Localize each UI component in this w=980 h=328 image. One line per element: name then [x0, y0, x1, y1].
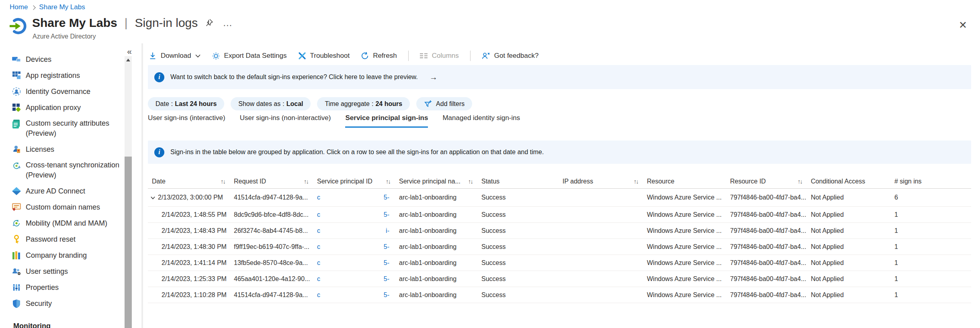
col-header-date[interactable]: Date↑↓ — [148, 178, 230, 185]
service-principal-id-link[interactable]: c — [317, 194, 320, 201]
sidebar-item-label: User settings — [26, 267, 68, 277]
table-row[interactable]: 2/14/2023, 1:48:30 PM f9ff19ec-b619-407c… — [148, 239, 971, 255]
sidebar-item-label: Cross-tenant synchronization (Preview) — [26, 160, 123, 180]
tab-managed-identity-signins[interactable]: Managed identity sign-ins — [442, 114, 520, 128]
sidebar-item-password-reset[interactable]: Password reset — [0, 231, 123, 247]
refresh-button[interactable]: Refresh — [361, 52, 397, 60]
status-value: Success — [477, 211, 559, 218]
sort-icon[interactable]: ↑↓ — [217, 178, 225, 185]
tab-user-signins-non-interactive[interactable]: User sign-ins (non-interactive) — [240, 114, 331, 128]
filter-pill-time-aggregate[interactable]: Time aggregate : 24 hours — [317, 97, 410, 110]
sidebar-collapse-icon[interactable]: « — [127, 47, 132, 56]
status-value: Success — [477, 243, 559, 251]
expand-chevron-icon[interactable] — [150, 195, 155, 200]
tab-service-principal-signins[interactable]: Service principal sign-ins — [345, 114, 428, 128]
col-header-service-principal-id[interactable]: Service principal ID↑↓ — [313, 178, 395, 185]
sidebar-item-label: Properties — [26, 283, 59, 293]
sidebar-item-label: Company branding — [26, 251, 87, 261]
scrollbar-thumb[interactable] — [125, 157, 132, 328]
sort-icon[interactable]: ↑↓ — [794, 178, 802, 185]
chevron-down-icon — [195, 54, 201, 58]
pin-icon[interactable] — [204, 18, 214, 28]
table-row[interactable]: 2/14/2023, 1:10:28 PM 41514cfa-d947-4128… — [148, 287, 971, 303]
azure-ad-signin-logo-icon — [9, 17, 27, 35]
scroll-up-arrow-icon[interactable] — [126, 59, 130, 61]
got-feedback-button[interactable]: Got feedback? — [482, 52, 539, 60]
sort-icon[interactable]: ↑↓ — [301, 178, 308, 185]
signin-logs-table: Date↑↓ Request ID↑↓ Service principal ID… — [148, 174, 971, 303]
service-principal-id-link[interactable]: c — [317, 211, 320, 218]
preview-notice-text[interactable]: Want to switch back to the default sign-… — [170, 73, 418, 81]
breadcrumb-current-link[interactable]: Share My Labs — [39, 3, 85, 11]
col-header-resource-id[interactable]: Resource ID↑↓ — [726, 178, 807, 185]
table-row[interactable]: 2/14/2023, 1:41:14 PM 13fb5ede-8570-48ce… — [148, 255, 971, 271]
sort-icon[interactable]: ↑↓ — [630, 178, 638, 185]
sidebar-item-properties[interactable]: Properties — [0, 279, 123, 295]
col-header-service-principal-name[interactable]: Service principal na...↑↓ — [395, 178, 477, 185]
user-settings-icon — [12, 267, 21, 276]
sidebar-item-label: Mobility (MDM and MAM) — [26, 218, 107, 228]
export-data-settings-button[interactable]: Export Data Settings — [212, 52, 287, 60]
sidebar-item-security[interactable]: Security — [0, 295, 123, 312]
table-row[interactable]: 2/14/2023, 1:48:43 PM 26f3274c-8ab4-4745… — [148, 223, 971, 239]
service-principal-id-link[interactable]: c — [317, 243, 320, 251]
sidebar-item-custom-domain-names[interactable]: Custom domain names — [0, 199, 123, 215]
preview-notice-banner[interactable]: i Want to switch back to the default sig… — [148, 65, 971, 89]
tab-user-signins-interactive[interactable]: User sign-ins (interactive) — [148, 114, 225, 128]
sidebar-item-app-registrations[interactable]: App registrations — [0, 67, 123, 84]
sidebar-item-company-branding[interactable]: Company branding — [0, 247, 123, 263]
service-principal-id-fragment[interactable]: 5- — [384, 275, 389, 283]
service-principal-id-fragment[interactable]: 5- — [384, 291, 389, 299]
table-row[interactable]: 2/14/2023, 1:48:55 PM 8dc9c9d6-bfce-4df8… — [148, 207, 971, 223]
grouping-notice-text: Sign-ins in the table below are grouped … — [170, 149, 544, 156]
service-principal-id-link[interactable]: c — [317, 291, 320, 299]
sidebar-item-user-settings[interactable]: User settings — [0, 263, 123, 279]
filter-pill-date[interactable]: Date : Last 24 hours — [148, 97, 224, 110]
troubleshoot-button[interactable]: Troubleshoot — [298, 52, 350, 60]
sidebar-item-identity-governance[interactable]: Identity Governance — [0, 84, 123, 100]
service-principal-id-fragment[interactable]: 5- — [384, 194, 389, 201]
directory-subtitle: Azure Active Directory — [33, 33, 96, 40]
col-header-ip-address[interactable]: IP address↑↓ — [559, 178, 643, 185]
status-value: Success — [477, 259, 559, 267]
arrow-right-icon[interactable]: → — [430, 73, 438, 82]
service-principal-id-link[interactable]: c — [317, 259, 320, 267]
table-row[interactable]: 2/13/2023, 3:00:00 PM 41514cfa-d947-4128… — [148, 189, 971, 207]
sidebar-item-custom-security-attributes[interactable]: Custom security attributes (Preview) — [0, 116, 123, 141]
status-value: Success — [477, 275, 559, 283]
sidebar-item-licenses[interactable]: Licenses — [0, 141, 123, 157]
columns-button[interactable]: Columns — [420, 52, 459, 60]
close-icon[interactable]: ✕ — [959, 19, 967, 31]
table-row[interactable]: 2/14/2023, 1:25:33 PM 465aa401-120e-4a12… — [148, 271, 971, 287]
sidebar-scrollbar[interactable] — [125, 56, 132, 328]
service-principal-id-fragment[interactable]: 5- — [384, 259, 389, 267]
sort-icon[interactable]: ↑↓ — [383, 178, 390, 185]
service-principal-id-link[interactable]: c — [317, 275, 320, 283]
service-principal-id-link[interactable]: c — [317, 227, 320, 234]
col-header-request-id[interactable]: Request ID↑↓ — [230, 178, 313, 185]
table-header-row: Date↑↓ Request ID↑↓ Service principal ID… — [148, 174, 971, 189]
sort-icon[interactable]: ↑↓ — [465, 178, 473, 185]
col-header-sign-in-count[interactable]: # sign ins — [890, 178, 971, 185]
company-branding-icon — [12, 251, 21, 260]
sidebar-item-azure-ad-connect[interactable]: Azure AD Connect — [0, 183, 123, 199]
service-principal-id-fragment[interactable]: 5- — [384, 243, 389, 251]
devices-icon — [12, 55, 21, 64]
add-filters-button[interactable]: Add filters — [416, 97, 472, 110]
col-header-conditional-access[interactable]: Conditional Access — [807, 178, 890, 185]
service-principal-id-fragment[interactable]: 5- — [384, 211, 389, 218]
sidebar-item-cross-tenant-synchronization[interactable]: Cross-tenant synchronization (Preview) — [0, 157, 123, 183]
breadcrumb: Home Share My Labs — [10, 3, 85, 11]
sidebar-item-devices[interactable]: Devices — [0, 51, 123, 67]
properties-icon — [12, 283, 21, 292]
sidebar-item-label: Security — [26, 299, 52, 309]
filter-pill-show-dates-as[interactable]: Show dates as : Local — [231, 97, 311, 110]
download-button[interactable]: Download — [149, 52, 201, 60]
sidebar-item-application-proxy[interactable]: Application proxy — [0, 100, 123, 116]
service-principal-id-fragment[interactable]: i- — [386, 227, 389, 234]
col-header-status[interactable]: Status — [477, 178, 559, 185]
sidebar-item-mobility[interactable]: Mobility (MDM and MAM) — [0, 215, 123, 231]
breadcrumb-home-link[interactable]: Home — [10, 3, 28, 11]
more-options-icon[interactable]: … — [223, 17, 233, 29]
col-header-resource[interactable]: Resource — [643, 178, 726, 185]
